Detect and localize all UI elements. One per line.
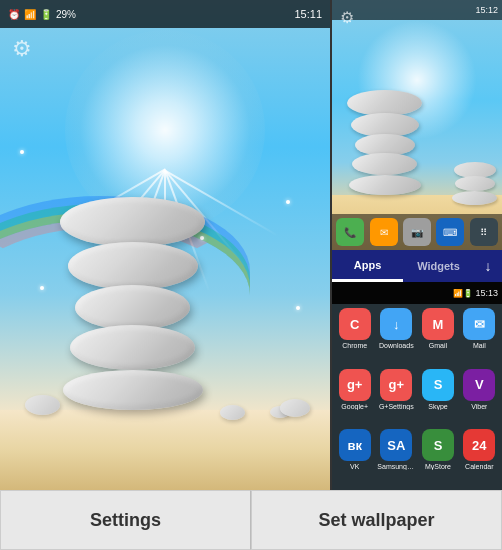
- app-icon-calculator[interactable]: ⌨: [436, 218, 464, 246]
- time-left: 15:11: [294, 8, 322, 20]
- app-grid-item[interactable]: MGmail: [419, 308, 456, 365]
- settings-gear-right[interactable]: ⚙: [340, 8, 354, 27]
- right-panel: ⚙ 15:12: [330, 0, 502, 490]
- settings-button[interactable]: Settings: [0, 490, 251, 550]
- sparkle: [40, 286, 44, 290]
- app-grid-icon: C: [339, 308, 371, 340]
- apps-widgets-bar: Apps Widgets ↓: [332, 250, 502, 282]
- stone-r2: [352, 153, 417, 175]
- app-grid-label: Chrome: [342, 342, 367, 349]
- app-grid-label: Skype: [428, 403, 447, 410]
- app-grid-item[interactable]: VViber: [461, 369, 498, 426]
- app-grid-item[interactable]: SSkype: [419, 369, 456, 426]
- status-bar-left: ⏰ 📶 🔋 29% 15:11: [0, 0, 330, 28]
- download-icon[interactable]: ↓: [474, 250, 502, 282]
- app-grid-label: Samsung Apps: [377, 463, 415, 470]
- stone-base: [60, 197, 205, 247]
- sparkle: [296, 306, 300, 310]
- app-grid-item[interactable]: SMyStore: [419, 429, 456, 486]
- tab-widgets[interactable]: Widgets: [403, 250, 474, 282]
- left-preview: ⏰ 📶 🔋 29% 15:11 ⚙: [0, 0, 330, 490]
- app-grid-label: Calendar: [465, 463, 493, 470]
- app-icon-phone[interactable]: 📞: [336, 218, 364, 246]
- status-left-icons: ⏰ 📶 🔋 29%: [8, 9, 76, 20]
- status-right-icons: 15:11: [294, 8, 322, 20]
- app-grid-label: MyStore: [425, 463, 451, 470]
- app-grid-label: Downloads: [379, 342, 414, 349]
- sparkle: [20, 150, 24, 154]
- battery-text: 29%: [56, 9, 76, 20]
- app-grid-icon: вк: [339, 429, 371, 461]
- app-icon-apps[interactable]: ⠿: [470, 218, 498, 246]
- small-stone: [280, 399, 310, 417]
- app-grid-item[interactable]: CChrome: [336, 308, 373, 365]
- app-grid-item[interactable]: g+Google+: [336, 369, 373, 426]
- app-grid-item[interactable]: 24Calendar: [461, 429, 498, 486]
- sand-left: [0, 410, 330, 490]
- set-wallpaper-button[interactable]: Set wallpaper: [251, 490, 502, 550]
- app-grid-icon: S: [422, 369, 454, 401]
- app-grid-icon: M: [422, 308, 454, 340]
- small-stone: [25, 395, 60, 415]
- zen-stones-left: [60, 202, 205, 410]
- app-icons-row: 📞 ✉ 📷 ⌨ ⠿: [332, 214, 502, 250]
- app-grid-item[interactable]: ↓Downloads: [377, 308, 415, 365]
- apps-grid: CChrome↓DownloadsMGmail✉Mailg+Google+g+G…: [332, 304, 502, 490]
- app-grid-label: Viber: [471, 403, 487, 410]
- zen-stones-right: [347, 93, 422, 195]
- right-phone-top: ⚙ 15:12: [332, 0, 502, 250]
- app-grid-label: G+Settings: [379, 403, 414, 410]
- app-icon-messages[interactable]: ✉: [370, 218, 398, 246]
- app-grid-icon: SA: [380, 429, 412, 461]
- bottom-buttons: Settings Set wallpaper: [0, 490, 502, 550]
- app-grid-icon: g+: [380, 369, 412, 401]
- stone-3: [75, 285, 190, 330]
- small-stone: [220, 405, 245, 420]
- app-grid-icon: ↓: [380, 308, 412, 340]
- app-grid-item[interactable]: ✉Mail: [461, 308, 498, 365]
- app-grid-label: Gmail: [429, 342, 447, 349]
- app-grid-icon: V: [463, 369, 495, 401]
- time-right-top: 15:12: [475, 5, 498, 15]
- stone-4: [68, 242, 198, 290]
- preview-area: ⏰ 📶 🔋 29% 15:11 ⚙: [0, 0, 502, 490]
- time-right-bottom: 15:13: [475, 288, 498, 298]
- app-grid-icon: 24: [463, 429, 495, 461]
- app-grid-item[interactable]: SASamsung Apps: [377, 429, 415, 486]
- settings-gear-left[interactable]: ⚙: [12, 36, 42, 66]
- tab-apps[interactable]: Apps: [332, 250, 403, 282]
- stone-top: [63, 370, 203, 410]
- stone-2: [70, 325, 195, 370]
- app-grid-label: Google+: [341, 403, 368, 410]
- app-grid-icon: S: [422, 429, 454, 461]
- app-icon-camera[interactable]: 📷: [403, 218, 431, 246]
- app-grid-item[interactable]: вкVK: [336, 429, 373, 486]
- app-grid-label: Mail: [473, 342, 486, 349]
- zen-stones-right2: [452, 164, 497, 205]
- app-grid-icon: g+: [339, 369, 371, 401]
- status-bar-right-bottom: 📶🔋 15:13: [332, 282, 502, 304]
- status-bar-right-top: 15:12: [332, 0, 502, 20]
- main-container: ⏰ 📶 🔋 29% 15:11 ⚙: [0, 0, 502, 550]
- sparkle: [286, 200, 290, 204]
- stone-r2-1: [452, 191, 497, 205]
- app-grid-label: VK: [350, 463, 359, 470]
- app-grid-icon: ✉: [463, 308, 495, 340]
- app-grid-item[interactable]: g+G+Settings: [377, 369, 415, 426]
- stone-r2-2: [455, 176, 495, 191]
- stone-r1: [349, 175, 421, 195]
